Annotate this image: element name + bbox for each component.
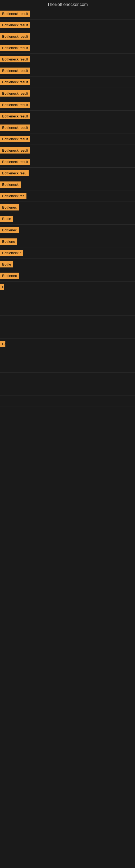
bottleneck-label: Bottleneck result: [0, 136, 30, 142]
bottleneck-label: Bottleneck result: [0, 159, 30, 165]
bottleneck-label: B: [0, 284, 4, 290]
site-title-container: TheBottlenecker.com: [0, 0, 135, 8]
bottleneck-label: Bottlenec: [0, 273, 19, 279]
bottleneck-label: Bottleneck result: [0, 45, 30, 51]
bottleneck-row: Bottleneck resu: [0, 167, 135, 179]
bottleneck-row: [0, 327, 135, 339]
bottleneck-label: Bottleneck result: [0, 124, 30, 131]
bottleneck-row: Bottleneck result: [0, 76, 135, 88]
bottleneck-row: [0, 304, 135, 316]
bottleneck-label: Bottleneck result: [0, 67, 30, 74]
bottleneck-row: Bottleneck r: [0, 247, 135, 259]
bottleneck-row: Bottleneck: [0, 179, 135, 190]
bottleneck-row: [0, 316, 135, 327]
bottleneck-row: [0, 361, 135, 373]
bottleneck-row: [0, 396, 135, 407]
bottleneck-row: Bottleneck result: [0, 20, 135, 31]
bottleneck-label: Bottlenec: [0, 204, 19, 211]
site-title: TheBottlenecker.com: [0, 0, 135, 8]
bottleneck-row: [0, 373, 135, 384]
bottleneck-row: Bo: [0, 339, 135, 350]
bottleneck-label: Bottleneck result: [0, 90, 30, 97]
bottleneck-row: Bottleneck result: [0, 31, 135, 42]
bottleneck-row: Bottleneck result: [0, 8, 135, 20]
bottleneck-row: [0, 407, 135, 418]
bottleneck-row: Bottleneck result: [0, 54, 135, 65]
bottleneck-row: Bottleneck result: [0, 122, 135, 133]
bottleneck-row: Bottlenec: [0, 270, 135, 282]
bottleneck-label: Bottleneck result: [0, 10, 30, 17]
bottleneck-label: Bo: [0, 341, 5, 347]
bottleneck-label: Bottleneck: [0, 182, 21, 188]
bottleneck-row: Bottle: [0, 213, 135, 225]
bottleneck-row: [0, 384, 135, 396]
bottleneck-label: Bottleneck res: [0, 193, 27, 199]
bottleneck-label: Bottleneck result: [0, 147, 30, 154]
bottleneck-label: Bottlene: [0, 239, 17, 245]
bottleneck-label: Bottleneck result: [0, 113, 30, 119]
bottleneck-label: Bottleneck result: [0, 22, 30, 28]
bottleneck-row: Bottlenec: [0, 202, 135, 213]
bottleneck-label: Bottle: [0, 216, 13, 222]
bottleneck-label: Bottle: [0, 261, 13, 268]
bottleneck-row: Bottleneck result: [0, 111, 135, 122]
bottleneck-label: Bottleneck result: [0, 56, 30, 62]
bottleneck-label: Bottlenec: [0, 227, 19, 233]
bottleneck-label: Bottleneck result: [0, 33, 30, 40]
bottleneck-row: Bottleneck result: [0, 145, 135, 156]
bottleneck-row: Bottlene: [0, 236, 135, 247]
bottleneck-row: Bottleneck result: [0, 65, 135, 76]
bottleneck-label: Bottleneck result: [0, 79, 30, 85]
bottleneck-row: [0, 293, 135, 304]
bottleneck-row: Bottleneck result: [0, 88, 135, 99]
bottleneck-row: Bottleneck res: [0, 190, 135, 202]
bottleneck-row: Bottle: [0, 259, 135, 270]
bottleneck-row: Bottleneck result: [0, 156, 135, 167]
bottleneck-row: Bottleneck result: [0, 99, 135, 111]
bottleneck-label: Bottleneck result: [0, 102, 30, 108]
bottleneck-label: Bottleneck r: [0, 250, 23, 256]
bottleneck-row: Bottleneck result: [0, 133, 135, 145]
rows-container: Bottleneck resultBottleneck resultBottle…: [0, 8, 135, 418]
bottleneck-label: Bottleneck resu: [0, 170, 29, 176]
bottleneck-row: Bottlenec: [0, 225, 135, 236]
bottleneck-row: Bottleneck result: [0, 42, 135, 54]
bottleneck-row: B: [0, 282, 135, 293]
bottleneck-row: [0, 350, 135, 361]
